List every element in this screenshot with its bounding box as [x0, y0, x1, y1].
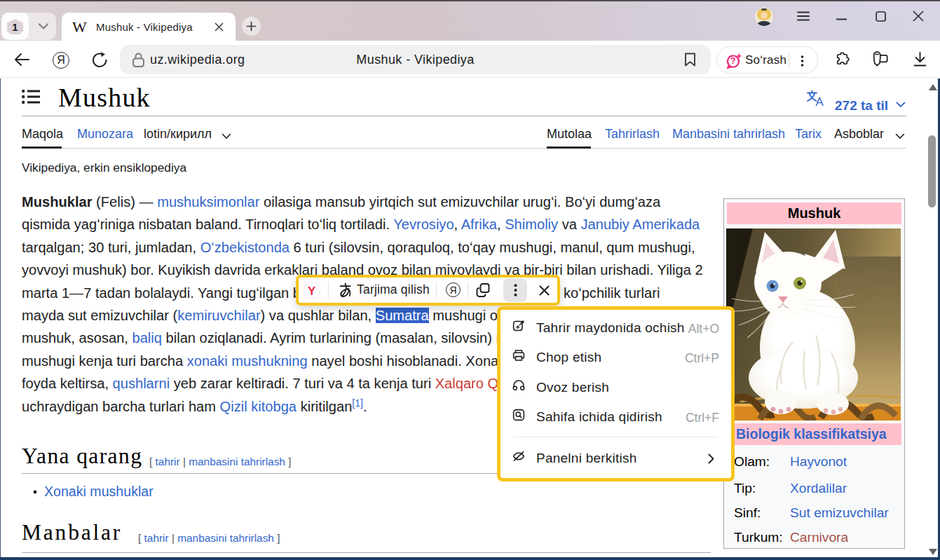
svg-text:A: A: [816, 95, 824, 107]
svg-text:Y: Y: [308, 285, 316, 296]
svg-text:?: ?: [730, 55, 736, 66]
